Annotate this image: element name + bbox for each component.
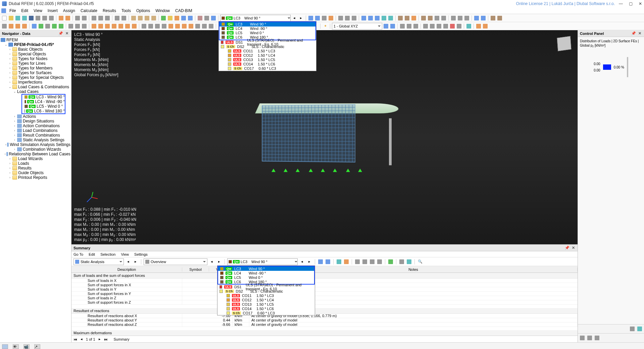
- lc-option[interactable]: QwLC5Wind 0 °: [219, 31, 315, 35]
- st-tb-icon[interactable]: [336, 259, 342, 265]
- summary-row[interactable]: Sum of support forces in Z-5.19kN: [71, 300, 578, 305]
- tb2-icon[interactable]: [141, 23, 147, 29]
- tb2-icon[interactable]: [8, 23, 14, 29]
- tb-undo[interactable]: [58, 15, 64, 21]
- tb[interactable]: [404, 15, 410, 21]
- sf-first[interactable]: ⏮: [73, 337, 77, 341]
- lc-option[interactable]: QwLC3Wind 90 °: [218, 266, 314, 271]
- tb[interactable]: [450, 15, 456, 21]
- tree-expand-icon[interactable]: ›: [13, 119, 16, 123]
- panel-pin-button[interactable]: 📌: [58, 31, 63, 36]
- tb[interactable]: [367, 15, 374, 21]
- tree-item[interactable]: ›Load Wizards: [0, 156, 71, 161]
- tb[interactable]: [361, 15, 367, 21]
- cp-fb-icon[interactable]: [587, 335, 593, 341]
- tree-expand-icon[interactable]: ›: [8, 57, 12, 61]
- tb[interactable]: [457, 15, 463, 21]
- lc-option[interactable]: ULSCO141.50 * LC6: [219, 62, 316, 66]
- tb[interactable]: [474, 15, 480, 21]
- tb2-icon[interactable]: [436, 23, 442, 29]
- tb-grid-icon[interactable]: [91, 15, 97, 21]
- tree-expand-icon[interactable]: ›: [13, 124, 16, 128]
- tree-expand-icon[interactable]: ›: [13, 115, 16, 118]
- tb[interactable]: [321, 15, 327, 21]
- tb[interactable]: [464, 15, 470, 21]
- lc-option[interactable]: QwLC5Wind 0 °: [218, 275, 314, 280]
- tb-tool-icon[interactable]: [210, 15, 216, 21]
- tb2-icon[interactable]: [466, 23, 472, 29]
- st-prev2[interactable]: ◂: [209, 259, 215, 265]
- st-tb-help-icon[interactable]: 🔍: [417, 259, 423, 265]
- tb2-icon[interactable]: [429, 23, 435, 29]
- tb-cloud[interactable]: [15, 15, 21, 21]
- tb[interactable]: [388, 15, 394, 21]
- tree-root-rfem[interactable]: RFEM: [0, 38, 71, 42]
- tb2-icon[interactable]: [15, 23, 21, 29]
- tb[interactable]: [420, 15, 427, 21]
- lc-prev-button[interactable]: ◂: [291, 15, 297, 21]
- summary-row[interactable]: Sum of support forces in Y14.27kN: [71, 292, 578, 296]
- lc-option[interactable]: ULSCO121.50 * LC4: [219, 53, 316, 58]
- bt-icon-camera[interactable]: 📹: [23, 344, 30, 349]
- tb[interactable]: [351, 15, 357, 21]
- st-tb-icon[interactable]: [388, 259, 394, 265]
- summary-lc-dropdown[interactable]: Qw LC3 Wind 90 °: [227, 258, 298, 265]
- st-tb-icon[interactable]: [362, 259, 368, 265]
- tree-item[interactable]: ›Guide Objects: [0, 170, 71, 175]
- tb2-icon[interactable]: [1, 23, 7, 29]
- panel-pin-button[interactable]: 📌: [565, 246, 569, 250]
- cp-fb-icon[interactable]: [579, 335, 585, 341]
- tb2-icon[interactable]: [111, 23, 117, 29]
- st-prev[interactable]: ◂: [125, 259, 131, 265]
- sm-goto[interactable]: Go To: [73, 252, 83, 256]
- tree-expand-icon[interactable]: ›: [8, 62, 12, 65]
- tb2-icon[interactable]: [449, 23, 455, 29]
- tb-tool-icon[interactable]: [197, 15, 203, 21]
- tree-expand-icon[interactable]: ›: [8, 157, 12, 161]
- tb[interactable]: [441, 15, 447, 21]
- tb[interactable]: [314, 15, 320, 21]
- tree-item[interactable]: ›Imperfections: [0, 80, 71, 85]
- panel-close-button[interactable]: ✕: [637, 31, 642, 36]
- tree-item[interactable]: ›Types for Special Objects: [0, 75, 71, 80]
- lc-next-button[interactable]: ▸: [306, 259, 312, 265]
- menu-results[interactable]: Results: [100, 8, 119, 14]
- tb[interactable]: [411, 15, 417, 21]
- cp-ft-icon[interactable]: [637, 326, 643, 332]
- summary-row[interactable]: Sum of loads in Z-5.19kN: [71, 296, 578, 300]
- tb-save[interactable]: [28, 15, 34, 21]
- load-case-dropdown[interactable]: Qw LC3 Wind 90 ° QwLC3Wind 90 °QwLC4Wind…: [220, 15, 291, 21]
- tb-tool-icon[interactable]: [204, 15, 210, 21]
- tb2-icon[interactable]: [161, 23, 167, 29]
- tb2-icon[interactable]: [456, 23, 462, 29]
- tb2-icon[interactable]: [58, 23, 64, 29]
- tree-item[interactable]: ›Wind Simulation Analysis Settings: [0, 142, 71, 147]
- cp-ft-icon[interactable]: [629, 326, 635, 332]
- tb2-icon[interactable]: [482, 23, 488, 29]
- tree-expand-icon[interactable]: ›: [8, 176, 12, 180]
- tree-item[interactable]: ›Result Combinations: [0, 133, 71, 138]
- lc-prev-button[interactable]: ◂: [299, 259, 305, 265]
- tree-expand-icon[interactable]: ›: [8, 71, 12, 75]
- tb-view-icon[interactable]: [75, 15, 81, 21]
- tb-render-icon[interactable]: [151, 15, 157, 21]
- maximize-button[interactable]: ▢: [629, 1, 633, 6]
- sm-view[interactable]: View: [121, 252, 129, 256]
- tree-item[interactable]: ›Types for Lines: [0, 61, 71, 66]
- tb-align-icon[interactable]: [114, 15, 120, 21]
- st-tb-icon[interactable]: [369, 259, 375, 265]
- tb-action-icon[interactable]: [181, 15, 187, 21]
- lc-next-button[interactable]: ▸: [298, 15, 304, 21]
- lc-option[interactable]: ULSCO121.50 * LC4: [217, 298, 315, 302]
- tb2-icon[interactable]: [81, 23, 87, 29]
- menu-cad-bim[interactable]: CAD-BIM: [172, 8, 195, 14]
- tree-item[interactable]: ›Relationship Between Load Cases: [0, 152, 71, 156]
- panel-close-button[interactable]: ✕: [571, 246, 576, 250]
- tb2-icon[interactable]: [476, 23, 482, 29]
- tree-model[interactable]: ⌄ RFEM-Priklad-04.rf5*: [0, 42, 71, 47]
- tree-lc-parent[interactable]: ⌄ Load Cases & Combinations: [0, 85, 71, 89]
- tb[interactable]: [480, 15, 486, 21]
- tb2-icon[interactable]: [51, 23, 57, 29]
- menu-calculate[interactable]: Calculate: [78, 8, 100, 14]
- tree-load-case[interactable]: QwLC6 - Wind 180 °: [22, 109, 65, 113]
